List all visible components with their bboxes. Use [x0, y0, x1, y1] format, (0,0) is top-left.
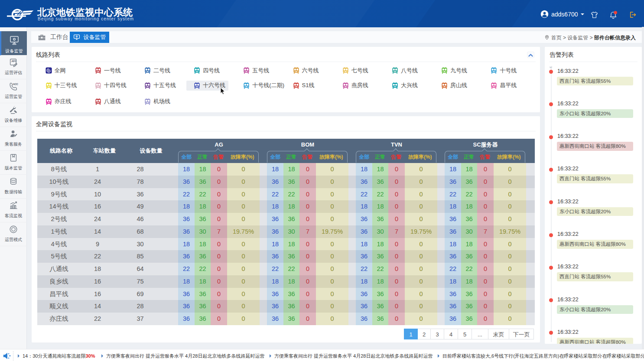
svg-text:AFC: AFC [11, 60, 17, 62]
svg-text:ACC: ACC [13, 83, 18, 85]
